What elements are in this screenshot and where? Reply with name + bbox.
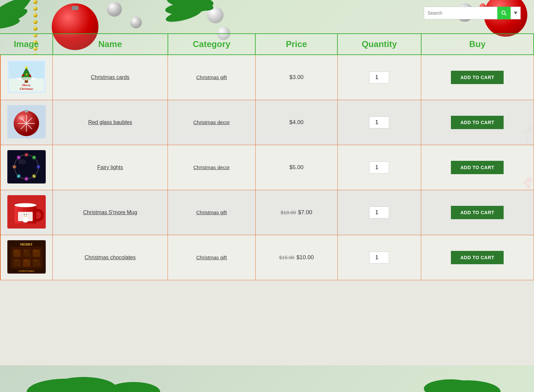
ornament-silver-1 (107, 2, 122, 17)
product-price-old-4: $10.00 (281, 210, 296, 215)
product-price-cell-3: $5.00 (255, 145, 337, 190)
table-row: Fairy lightsChristmas decor$5.00ADD TO C… (0, 145, 534, 190)
product-name-cell-4: Christmas S'more Mug (53, 190, 168, 235)
product-price-old-5: $15.00 (279, 255, 294, 260)
add-to-cart-button-5[interactable]: ADD TO CART (451, 251, 504, 264)
product-buy-cell-2: ADD TO CART (421, 100, 534, 145)
product-name-cell-1: Christmas cards (53, 55, 168, 100)
product-name-link-2[interactable]: Red glass baubles (88, 119, 132, 125)
product-category-cell-1: Christmas gift (168, 55, 256, 100)
svg-text:Christmas: Christmas (20, 87, 33, 90)
product-quantity-input-3[interactable] (369, 161, 389, 173)
svg-point-34 (18, 115, 25, 120)
product-quantity-cell-3 (337, 145, 421, 190)
product-image-4 (0, 190, 53, 235)
product-buy-cell-4: ADD TO CART (421, 190, 534, 235)
svg-rect-29 (25, 110, 28, 112)
product-name-cell-5: Christmas chocolates (53, 235, 168, 280)
svg-point-78 (33, 260, 37, 262)
table-row: Red glass baublesChristmas decor$4.00ADD… (0, 100, 534, 145)
search-icon (501, 10, 507, 16)
table-row: Christmas S'more MugChristmas gift$10.00… (0, 190, 534, 235)
product-quantity-input-2[interactable] (369, 116, 389, 128)
col-header-quantity: Quantity (337, 34, 421, 55)
product-category-link-5[interactable]: Christmas gift (196, 255, 227, 260)
svg-point-58 (14, 203, 36, 207)
main-content: Image Name Category Price Quantity Buy (0, 33, 534, 280)
svg-point-73 (14, 250, 18, 252)
product-name-link-3[interactable]: Fairy lights (97, 164, 123, 170)
product-category-link-2[interactable]: Christmas decor (193, 119, 230, 125)
product-category-cell-4: Christmas gift (168, 190, 256, 235)
product-price-cell-5: $15.00$10.00 (255, 235, 337, 280)
svg-point-63 (26, 214, 27, 215)
product-quantity-cell-5 (337, 235, 421, 280)
product-price-3: $5.00 (289, 164, 304, 170)
product-name-cell-2: Red glass baubles (53, 100, 168, 145)
search-area (424, 7, 521, 19)
table-row: Merry Christmas Christmas cardsChristmas… (0, 55, 534, 100)
svg-point-75 (33, 250, 37, 252)
svg-point-9 (502, 11, 505, 14)
search-button[interactable] (497, 7, 511, 19)
svg-text:CHRISTMAS: CHRISTMAS (18, 270, 34, 273)
product-quantity-cell-2 (337, 100, 421, 145)
product-quantity-cell-1 (337, 55, 421, 100)
pine-branch-top-center (160, 0, 220, 30)
product-price-new-4: $7.00 (298, 209, 312, 216)
product-category-cell-5: Christmas gift (168, 235, 256, 280)
product-name-link-5[interactable]: Christmas chocolates (85, 255, 136, 260)
svg-marker-11 (514, 12, 517, 14)
product-image-1: Merry Christmas (0, 55, 53, 100)
add-to-cart-button-4[interactable]: ADD TO CART (451, 206, 504, 219)
product-image-3 (0, 145, 53, 190)
svg-point-23 (16, 77, 36, 80)
product-quantity-input-1[interactable] (369, 71, 389, 83)
add-to-cart-button-2[interactable]: ADD TO CART (451, 116, 504, 129)
product-quantity-input-5[interactable] (369, 252, 389, 264)
product-price-cell-1: $3.00 (255, 55, 337, 100)
col-header-buy: Buy (421, 34, 534, 55)
product-name-link-1[interactable]: Christmas cards (91, 74, 129, 80)
svg-point-22 (29, 75, 31, 77)
product-category-cell-2: Christmas decor (168, 100, 256, 145)
add-to-cart-button-3[interactable]: ADD TO CART (451, 161, 504, 174)
product-price-2: $4.00 (289, 119, 304, 125)
svg-text:MERRY: MERRY (20, 243, 33, 246)
col-header-image: Image (0, 34, 53, 55)
product-name-link-4[interactable]: Christmas S'more Mug (83, 210, 137, 215)
product-price-new-5: $10.00 (296, 254, 314, 261)
table-row: MERRY CHRISTMAS Christmas chocolatesChri… (0, 235, 534, 280)
product-buy-cell-5: ADD TO CART (421, 235, 534, 280)
product-image-2 (0, 100, 53, 145)
pine-branch-top-left (0, 0, 53, 33)
product-name-cell-3: Fairy lights (53, 145, 168, 190)
table-header-row: Image Name Category Price Quantity Buy (0, 34, 534, 55)
product-category-link-4[interactable]: Christmas gift (196, 210, 227, 215)
svg-point-21 (26, 73, 28, 75)
bottom-decoration (0, 365, 534, 392)
svg-point-83 (107, 382, 160, 392)
search-dropdown-button[interactable] (511, 7, 521, 19)
add-to-cart-button-1[interactable]: ADD TO CART (451, 71, 504, 84)
svg-point-62 (24, 214, 25, 215)
svg-point-20 (22, 74, 24, 76)
svg-text:Merry: Merry (22, 83, 31, 87)
ornament-silver-2 (130, 17, 142, 28)
product-buy-cell-1: ADD TO CART (421, 55, 534, 100)
product-price-cell-4: $10.00$7.00 (255, 190, 337, 235)
product-category-cell-3: Christmas decor (168, 145, 256, 190)
product-quantity-input-4[interactable] (369, 207, 389, 219)
product-quantity-cell-4 (337, 190, 421, 235)
product-category-link-3[interactable]: Christmas decor (193, 164, 230, 170)
svg-line-10 (505, 14, 507, 16)
product-price-cell-2: $4.00 (255, 100, 337, 145)
svg-point-54 (18, 159, 26, 164)
product-buy-cell-3: ADD TO CART (421, 145, 534, 190)
product-table: Image Name Category Price Quantity Buy (0, 33, 534, 280)
product-category-link-1[interactable]: Christmas gift (196, 74, 227, 80)
svg-point-74 (24, 250, 28, 252)
bottom-pine-decoration (0, 365, 534, 392)
product-price-1: $3.00 (289, 74, 304, 80)
search-input[interactable] (424, 7, 497, 19)
